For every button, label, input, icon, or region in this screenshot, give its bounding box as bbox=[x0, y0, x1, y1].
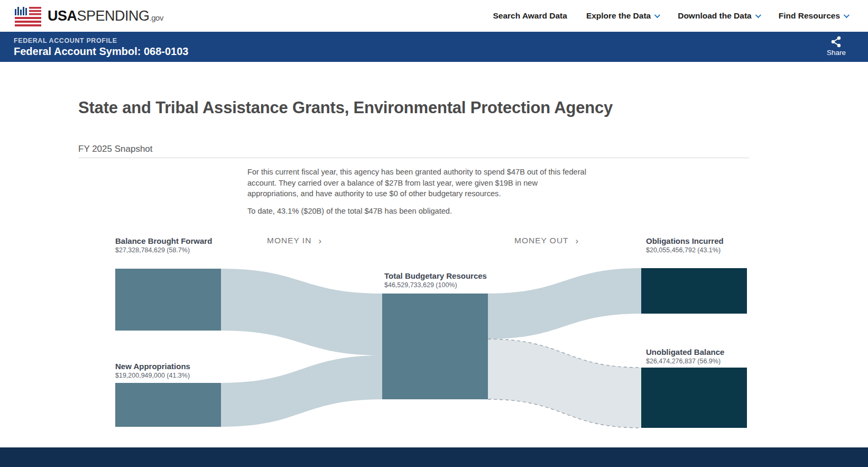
page-banner: FEDERAL ACCOUNT PROFILE Federal Account … bbox=[0, 32, 868, 62]
sankey-node-bbf[interactable] bbox=[115, 269, 221, 331]
sankey-node-obl[interactable] bbox=[641, 268, 747, 314]
nav-download-the-data[interactable]: Download the Data bbox=[678, 11, 760, 21]
footer-strip bbox=[0, 447, 868, 467]
usaspending-logo[interactable]: USASPENDING.gov bbox=[14, 5, 163, 27]
sankey-flow-na-tbr bbox=[221, 355, 382, 427]
chevron-down-icon bbox=[844, 12, 849, 18]
sankey-label-unobligated-balance: Unobligated Balance $26,474,276,837 (56.… bbox=[646, 347, 724, 365]
chevron-right-icon: › bbox=[576, 237, 579, 245]
node-label: Obligations Incurred bbox=[646, 236, 724, 245]
share-label: Share bbox=[820, 49, 852, 57]
chevron-down-icon bbox=[755, 12, 761, 18]
page-title: State and Tribal Assistance Grants, Envi… bbox=[78, 98, 755, 117]
nav-label: Explore the Data bbox=[586, 11, 651, 21]
us-flag-icon bbox=[14, 5, 48, 27]
sankey-label-total-budgetary-resources: Total Budgetary Resources $46,529,733,62… bbox=[384, 271, 487, 289]
main-nav: Search Award Data Explore the Data Downl… bbox=[493, 11, 848, 21]
node-value: $26,474,276,837 (56.9%) bbox=[646, 358, 724, 365]
nav-label: Search Award Data bbox=[493, 11, 567, 21]
money-out-link[interactable]: MONEY OUT › bbox=[514, 236, 579, 245]
nav-explore-the-data[interactable]: Explore the Data bbox=[586, 11, 659, 21]
nav-label: Download the Data bbox=[678, 11, 752, 21]
banner-eyebrow: FEDERAL ACCOUNT PROFILE bbox=[14, 37, 117, 44]
sankey-flow-bbf-tbr bbox=[221, 269, 382, 355]
snapshot-obligated-paragraph: To date, 43.1% ($20B) of the total $47B … bbox=[247, 206, 590, 217]
share-icon bbox=[820, 36, 852, 48]
sankey-flow-tbr-unob bbox=[488, 339, 641, 428]
sankey-label-new-appropriations: New Appropriations $19,200,949,000 (41.3… bbox=[115, 362, 190, 380]
node-label: New Appropriations bbox=[115, 362, 190, 371]
sankey-label-obligations-incurred: Obligations Incurred $20,055,456,792 (43… bbox=[646, 236, 724, 254]
node-value: $27,328,784,629 (58.7%) bbox=[115, 246, 212, 254]
sankey-flow-tbr-obl bbox=[488, 268, 641, 339]
sankey-chart bbox=[0, 233, 868, 434]
money-in-link[interactable]: MONEY IN › bbox=[267, 236, 322, 245]
logo-text: USASPENDING.gov bbox=[48, 8, 163, 24]
sankey-node-na[interactable] bbox=[115, 383, 221, 427]
nav-find-resources[interactable]: Find Resources bbox=[779, 11, 848, 21]
section-divider bbox=[78, 158, 749, 158]
top-header: USASPENDING.gov Search Award Data Explor… bbox=[0, 0, 868, 32]
federal-account-symbol-title: Federal Account Symbol: 068-0103 bbox=[14, 45, 189, 58]
money-in-label: MONEY IN bbox=[267, 236, 311, 245]
node-label: Unobligated Balance bbox=[646, 347, 724, 356]
share-button[interactable]: Share bbox=[820, 36, 852, 57]
nav-search-award-data[interactable]: Search Award Data bbox=[493, 11, 567, 21]
nav-label: Find Resources bbox=[779, 11, 840, 21]
sankey-node-unob[interactable] bbox=[641, 368, 747, 428]
money-out-label: MONEY OUT bbox=[514, 236, 569, 245]
node-value: $20,055,456,792 (43.1%) bbox=[646, 246, 724, 254]
page: USASPENDING.gov Search Award Data Explor… bbox=[0, 0, 868, 467]
node-label: Total Budgetary Resources bbox=[384, 271, 487, 280]
fy-snapshot-heading: FY 2025 Snapshot bbox=[78, 144, 153, 154]
snapshot-intro-paragraph: For this current fiscal year, this agenc… bbox=[247, 167, 590, 199]
node-value: $19,200,949,000 (41.3%) bbox=[115, 372, 190, 380]
node-label: Balance Brought Forward bbox=[115, 236, 212, 245]
chevron-right-icon: › bbox=[318, 237, 322, 245]
node-value: $46,529,733,629 (100%) bbox=[384, 281, 487, 289]
sankey-label-balance-brought-forward: Balance Brought Forward $27,328,784,629 … bbox=[115, 236, 212, 254]
chevron-down-icon bbox=[654, 12, 660, 18]
sankey-node-tbr[interactable] bbox=[382, 294, 488, 399]
